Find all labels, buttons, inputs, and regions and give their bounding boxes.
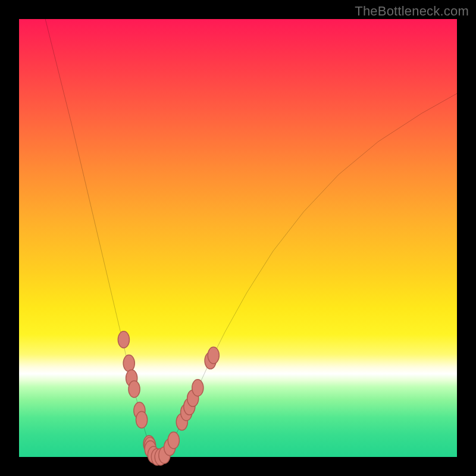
data-marker (118, 331, 129, 348)
data-marker (168, 432, 179, 449)
data-marker (192, 380, 203, 396)
data-marker (129, 381, 140, 397)
data-marker (208, 347, 219, 364)
bottleneck-curve (45, 19, 457, 457)
watermark-text: TheBottleneck.com (355, 4, 469, 19)
chart-svg (19, 19, 457, 457)
outer-frame: TheBottleneck.com (0, 0, 476, 476)
data-markers (118, 331, 219, 465)
data-marker (123, 355, 134, 372)
data-marker (136, 411, 148, 428)
plot-area (19, 19, 457, 457)
